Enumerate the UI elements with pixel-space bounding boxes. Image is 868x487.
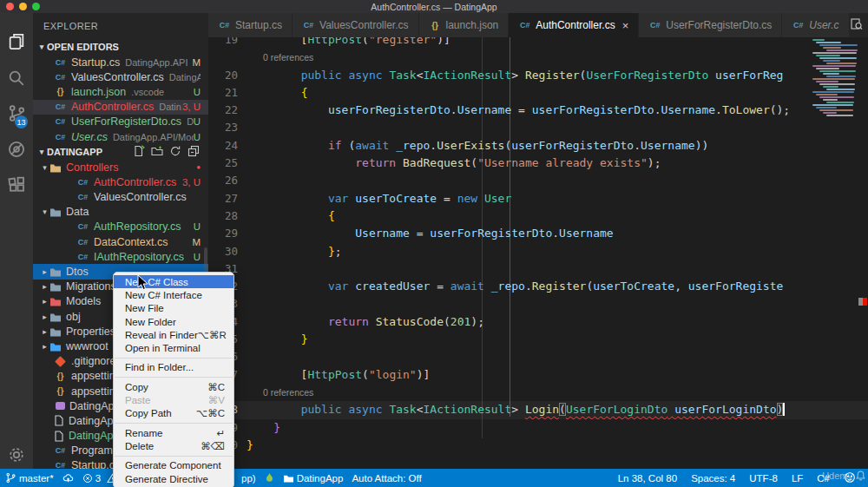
refresh-icon[interactable] — [169, 145, 181, 159]
menu-item-new-folder[interactable]: New Folder — [114, 315, 233, 328]
codelens-references[interactable]: 0 references — [208, 49, 868, 66]
menu-item-delete[interactable]: Delete⌘⌫ — [114, 439, 233, 452]
open-editors-header[interactable]: ▾ OPEN EDITORS — [33, 39, 208, 55]
omnisharp-flame-item[interactable] — [265, 472, 274, 484]
sync-item[interactable] — [62, 472, 74, 484]
git-branch-item[interactable]: master* — [5, 472, 54, 484]
indentation-indicator[interactable]: Spaces: 4 — [691, 473, 735, 484]
menu-item-label: New Folder — [125, 317, 176, 327]
auto-attach-item[interactable]: Auto Attach: Off — [352, 473, 421, 484]
language-indicator[interactable]: C# — [817, 473, 830, 484]
code-line-19[interactable]: 19 [HttpPost("register")] — [208, 37, 868, 49]
eol-indicator[interactable]: LF — [792, 473, 803, 484]
tree-item-valuescontroller-cs[interactable]: C#ValuesController.cs — [33, 190, 208, 205]
menu-item-open-in-terminal[interactable]: Open in Terminal — [114, 341, 233, 354]
code-line-39[interactable]: 39 } — [208, 419, 868, 437]
tree-item-controllers[interactable]: ▾Controllers● — [33, 160, 208, 174]
menu-item-rename[interactable]: Rename↵ — [114, 426, 233, 439]
menu-item-new-c-class[interactable]: New C# Class — [114, 275, 233, 288]
encoding-indicator[interactable]: UTF-8 — [749, 473, 778, 484]
explorer-icon[interactable] — [0, 25, 33, 58]
code-line-30[interactable]: 30 }; — [208, 243, 868, 260]
tab-label: launch.json — [446, 19, 499, 31]
tree-item-iauthrepository-cs[interactable]: C#IAuthRepository.csU — [33, 249, 208, 264]
folder-icon — [49, 312, 62, 322]
minimap-line — [826, 102, 854, 103]
menu-item-generate-component[interactable]: Generate Component — [114, 459, 233, 472]
code-line-23[interactable]: 23 — [208, 119, 868, 136]
tree-item-datacontext-cs[interactable]: C#DataContext.csM — [33, 234, 208, 249]
code-text: var createdUser = await _repo.Register(u… — [247, 278, 810, 295]
code-line-26[interactable]: 26 — [208, 172, 868, 189]
status-badge: U — [194, 87, 208, 97]
codelens-references[interactable]: 0 references — [208, 384, 868, 401]
tab-userforregisterdto-cs[interactable]: C#UserForRegisterDto.cs — [639, 13, 782, 37]
open-preview-icon[interactable] — [850, 17, 863, 34]
code-line-33[interactable]: 33 — [208, 295, 868, 313]
code-line-37[interactable]: 37 [HttpPost("login")] — [208, 366, 868, 384]
tree-item-label: AuthRepository.cs — [94, 220, 181, 233]
menu-item-copy-path[interactable]: Copy Path⌥⌘C — [114, 407, 233, 420]
project-item[interactable]: DatingApp — [283, 473, 344, 484]
tree-item-authcontroller-cs[interactable]: C#AuthController.cs3, U — [33, 174, 208, 189]
tab-launch-json[interactable]: {}launch.json — [419, 13, 510, 37]
feedback-smiley-icon[interactable] — [844, 471, 856, 485]
minimap-line — [816, 55, 840, 56]
extensions-icon[interactable] — [0, 168, 33, 201]
new-folder-icon[interactable] — [151, 145, 163, 159]
minimap[interactable] — [812, 39, 861, 122]
tab-authcontroller-cs[interactable]: C#AuthController.cs× — [509, 13, 639, 37]
code-line-38[interactable]: 38 public async Task<IActionResult> Logi… — [208, 401, 868, 418]
code-line-40[interactable]: 40} — [208, 437, 868, 454]
settings-gear-icon[interactable] — [0, 438, 33, 471]
menu-item-copy[interactable]: Copy⌘C — [114, 380, 233, 393]
csharp-file-icon: C# — [54, 446, 67, 455]
debug-icon[interactable] — [0, 133, 33, 166]
code-line-21[interactable]: 21 { — [208, 84, 868, 102]
code-text: } — [247, 419, 810, 437]
menu-item-find-in-folder-[interactable]: Find in Folder... — [114, 361, 233, 374]
open-editor-item[interactable]: C#UserForRegisterDto.csDa...U — [33, 115, 208, 129]
open-editor-item[interactable]: C#Startup.csDatingApp.APIM — [33, 55, 208, 69]
menu-item-reveal-in-finder[interactable]: Reveal in Finder⌥⌘R — [114, 328, 233, 341]
tab-valuescontroller-cs[interactable]: C#ValuesController.cs — [293, 13, 419, 37]
tree-item-data[interactable]: ▾Data — [33, 205, 208, 220]
code-line-29[interactable]: 29 Username = userForRegisterDto.Usernam… — [208, 225, 868, 242]
menu-item-new-file[interactable]: New File — [114, 302, 233, 315]
code-line-20[interactable]: 20 public async Task<IActionResult> Regi… — [208, 67, 868, 84]
chevron-down-icon: ▾ — [36, 43, 47, 51]
collapse-all-icon[interactable] — [187, 145, 200, 159]
code-line-36[interactable]: 36 — [208, 348, 868, 365]
tab-startup-cs[interactable]: C#Startup.cs — [208, 13, 293, 37]
open-editor-item[interactable]: C#AuthController.csDatin...3, U — [33, 100, 208, 115]
close-icon[interactable]: × — [622, 19, 629, 32]
code-line-32[interactable]: 32 var createdUser = await _repo.Registe… — [208, 278, 868, 295]
open-editor-item[interactable]: C#ValuesController.csDatingApp.... — [33, 69, 208, 84]
new-file-icon[interactable] — [133, 145, 145, 159]
code-editor[interactable]: 19 [HttpPost("register")]0 references20 … — [208, 37, 868, 469]
code-line-35[interactable]: 35 } — [208, 331, 868, 348]
menu-item-new-c-interface[interactable]: New C# Interface — [114, 288, 233, 301]
code-line-34[interactable]: 34 return StatusCode(201); — [208, 313, 868, 331]
code-line-22[interactable]: 22 userForRegisterDto.Username = userFor… — [208, 102, 868, 119]
minimap-line — [819, 70, 856, 72]
open-editor-item[interactable]: {}launch.json.vscodeU — [33, 84, 208, 99]
search-icon[interactable] — [0, 62, 33, 95]
code-text: return StatusCode(201); — [247, 313, 810, 331]
line-col-indicator[interactable]: Ln 38, Col 80 — [618, 473, 677, 484]
code-line-24[interactable]: 24 if (await _repo.UserExists(userForReg… — [208, 137, 868, 155]
project-header[interactable]: ▾ DATINGAPP — [33, 144, 208, 160]
menu-item-label: Paste — [125, 395, 150, 405]
line-number: 30 — [208, 243, 238, 260]
code-line-27[interactable]: 27 var userToCreate = new User — [208, 190, 868, 207]
status-badge: ● — [196, 163, 208, 171]
code-line-31[interactable]: 31 — [208, 260, 868, 278]
tree-item-label: DataContext.cs — [94, 236, 168, 248]
code-line-28[interactable]: 28 { — [208, 207, 868, 225]
tab-user-c[interactable]: C#User.c — [782, 13, 849, 37]
menu-item-generate-directive[interactable]: Generate Directive — [114, 472, 233, 485]
tree-item-authrepository-cs[interactable]: C#AuthRepository.csU — [33, 220, 208, 234]
code-line-25[interactable]: 25 return BadRequest("Username already e… — [208, 155, 868, 172]
open-editor-item[interactable]: C#User.csDatingApp.API/Mod...U — [33, 129, 208, 144]
menu-item-paste[interactable]: Paste⌘V — [114, 393, 233, 406]
